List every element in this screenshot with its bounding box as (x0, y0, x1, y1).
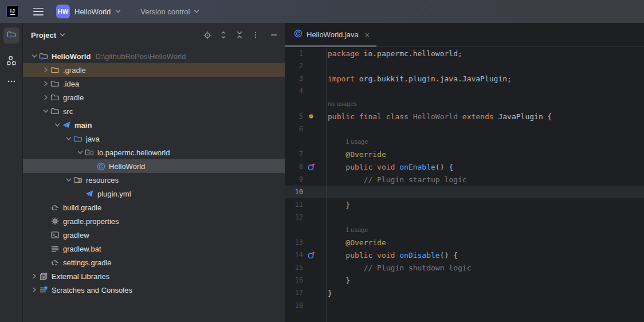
inlay-hint-row[interactable]: 1 usage (285, 135, 644, 148)
tree-item-gradlew[interactable]: gradlew (23, 228, 285, 242)
line-number[interactable]: 14 (285, 251, 303, 259)
code-line-1[interactable]: 1package io.papermc.helloworld; (285, 47, 644, 60)
chevron-down-icon[interactable] (41, 107, 50, 115)
line-number[interactable]: 10 (285, 188, 303, 196)
usage-hint[interactable]: 1 usage (326, 226, 368, 233)
code-line-16[interactable]: 16 } (285, 274, 644, 286)
code-line-2[interactable]: 2 (285, 60, 644, 72)
tree-item-gradle[interactable]: .gradle (23, 63, 285, 77)
line-number[interactable]: 9 (285, 175, 303, 183)
class-icon (96, 162, 105, 171)
gutter: 13 (285, 238, 326, 246)
project-panel-title[interactable]: Project (31, 31, 56, 40)
chevron-right-icon[interactable] (30, 272, 39, 280)
code-line-6[interactable]: 6 (285, 123, 644, 135)
main-menu-button[interactable] (33, 8, 44, 15)
line-number[interactable]: 11 (285, 201, 303, 209)
usage-hint[interactable]: no usages (326, 100, 357, 107)
code-line-8[interactable]: 8 public void onEnable() { (285, 160, 644, 173)
line-number[interactable]: 12 (285, 213, 303, 221)
gutter: 9 (285, 175, 326, 183)
line-number[interactable]: 13 (285, 238, 303, 246)
locate-file-button[interactable] (203, 31, 211, 39)
chevron-down-icon[interactable] (64, 176, 73, 184)
tree-item-build-gradle[interactable]: build.gradle (23, 201, 285, 214)
tree-item-io-papermc-helloworld[interactable]: io.papermc.helloworld (23, 146, 285, 159)
panel-options-button[interactable] (252, 31, 260, 39)
version-control-widget[interactable]: Version control (140, 7, 199, 16)
tree-item-scratches-and-consoles[interactable]: Scratches and Consoles (23, 283, 285, 297)
code-line-12[interactable]: 12 (285, 211, 644, 223)
code-line-4[interactable]: 4 (285, 85, 644, 97)
line-number[interactable]: 5 (285, 112, 303, 120)
usage-hint[interactable]: 1 usage (326, 138, 368, 145)
tab-helloworld-java[interactable]: HelloWorld.java × (285, 23, 375, 46)
line-number[interactable]: 18 (285, 301, 303, 309)
chevron-down-icon[interactable] (60, 33, 65, 37)
line-number[interactable]: 2 (285, 62, 303, 70)
code-line-7[interactable]: 7 @Override (285, 148, 644, 160)
tree-item-helloworld[interactable]: HelloWorld (23, 159, 285, 173)
hide-panel-button[interactable] (270, 31, 278, 39)
gutter: 8 (285, 162, 326, 171)
chevron-right-icon[interactable] (41, 66, 50, 74)
line-number[interactable]: 3 (285, 74, 303, 83)
tree-item-gradle-properties[interactable]: gradle.properties (23, 214, 285, 228)
override-marker-icon[interactable] (307, 162, 316, 171)
code-line-10[interactable]: 10 (285, 186, 644, 198)
tree-item-settings-gradle[interactable]: settings.gradle (23, 256, 285, 269)
code-line-17[interactable]: 17} (285, 286, 644, 299)
project-tool-button[interactable] (3, 28, 19, 44)
tree-item-gradle[interactable]: gradle (23, 91, 285, 104)
chevron-down-icon[interactable] (53, 121, 62, 129)
chevron-down-icon[interactable] (30, 52, 39, 60)
project-widget[interactable]: HW HelloWorld (56, 5, 121, 18)
expand-all-button[interactable] (219, 31, 227, 39)
line-number[interactable]: 6 (285, 125, 303, 133)
line-number[interactable]: 16 (285, 276, 303, 284)
plugin-marker-icon[interactable] (307, 112, 316, 121)
code-line-14[interactable]: 14 public void onDisable() { (285, 249, 644, 261)
tree-item-label: HelloWorld (109, 162, 145, 171)
structure-tool-button[interactable] (3, 54, 19, 70)
code-text: @Override (326, 150, 386, 159)
code-area[interactable]: 1package io.papermc.helloworld;23import … (285, 47, 644, 322)
line-number[interactable]: 15 (285, 264, 303, 272)
tree-item-plugin-yml[interactable]: plugin.yml (23, 187, 285, 201)
line-number[interactable]: 17 (285, 289, 303, 297)
inlay-hint-row[interactable]: 1 usage (285, 223, 644, 236)
line-number[interactable]: 4 (285, 87, 303, 95)
chevron-right-icon[interactable] (41, 93, 50, 101)
tree-item-label: resources (86, 176, 119, 184)
chevron-right-icon[interactable] (41, 80, 50, 88)
code-line-9[interactable]: 9 // Plugin startup logic (285, 173, 644, 186)
collapse-all-button[interactable] (235, 31, 244, 39)
tree-item-main[interactable]: main (23, 118, 285, 132)
chevron-right-icon[interactable] (30, 286, 39, 294)
override-marker-icon[interactable] (307, 250, 316, 260)
line-number[interactable]: 1 (285, 49, 303, 57)
more-tool-windows-button[interactable] (3, 74, 19, 91)
close-tab-button[interactable]: × (365, 31, 370, 39)
code-line-18[interactable]: 18 (285, 299, 644, 312)
project-folder-icon (7, 30, 16, 41)
chevron-down-icon[interactable] (64, 135, 73, 143)
tree-item-external-libraries[interactable]: External Libraries (23, 269, 285, 283)
tree-item-helloworld[interactable]: HelloWorldD:\githubRePos\HelloWorld (23, 49, 285, 63)
line-number[interactable]: 8 (285, 163, 303, 171)
inlay-hint-row[interactable]: no usages (285, 97, 644, 110)
code-line-13[interactable]: 13 @Override (285, 236, 644, 249)
code-line-11[interactable]: 11 } (285, 198, 644, 211)
tree-item-src[interactable]: src (23, 104, 285, 118)
tree-item-java[interactable]: java (23, 132, 285, 146)
gutter: 11 (285, 201, 326, 209)
gutter: 2 (285, 62, 326, 70)
tree-item-gradlew-bat[interactable]: gradlew.bat (23, 242, 285, 256)
code-line-15[interactable]: 15 // Plugin shutdown logic (285, 261, 644, 274)
line-number[interactable]: 7 (285, 150, 303, 158)
tree-item-idea[interactable]: .idea (23, 77, 285, 91)
chevron-down-icon[interactable] (76, 148, 85, 156)
tree-item-resources[interactable]: resources (23, 173, 285, 187)
code-line-5[interactable]: 5public final class HelloWorld extends J… (285, 110, 644, 123)
code-line-3[interactable]: 3import org.bukkit.plugin.java.JavaPlugi… (285, 72, 644, 85)
